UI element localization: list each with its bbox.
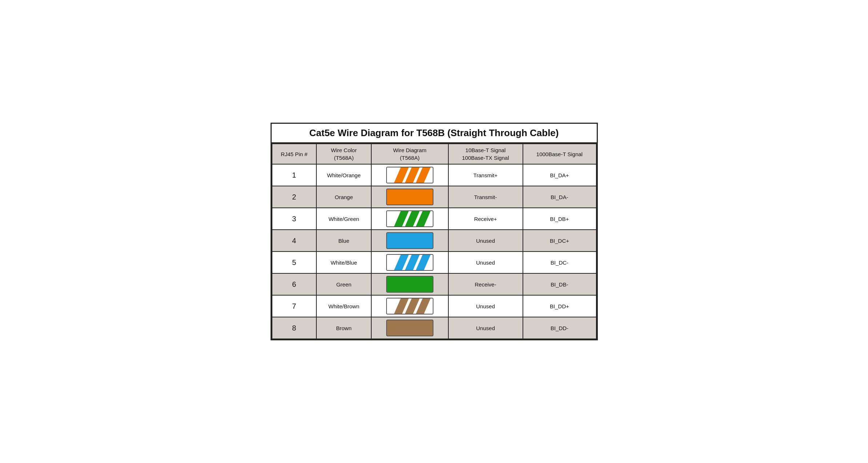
cell-pin: 3 [272,208,317,230]
cell-pin: 6 [272,273,317,295]
cell-signal-1000: BI_DD+ [523,295,596,317]
wire-solid-box [386,276,433,293]
cell-diagram [371,208,448,230]
cell-signal-10-100: Transmit- [448,186,523,208]
wire-diagram-cell [374,298,446,314]
wire-stripe-svg [386,298,433,314]
cell-signal-1000: BI_DD- [523,317,596,339]
cell-signal-1000: BI_DA- [523,186,596,208]
wire-diagram-cell [374,276,446,293]
table-row: 2OrangeTransmit-BI_DA- [272,186,596,208]
table-header-row: RJ45 Pin # Wire Color(T568A) Wire Diagra… [272,144,596,164]
col-header-pin: RJ45 Pin # [272,144,317,164]
diagram-container: Cat5e Wire Diagram for T568B (Straight T… [271,123,598,340]
wire-solid-box [386,232,433,249]
wire-diagram-cell [374,189,446,205]
diagram-title: Cat5e Wire Diagram for T568B (Straight T… [272,124,597,143]
wire-diagram-cell [374,232,446,249]
table-row: 8BrownUnusedBI_DD- [272,317,596,339]
table-row: 1White/OrangeTransmit+BI_DA+ [272,164,596,186]
cell-color: White/Brown [316,295,371,317]
cell-color: Green [316,273,371,295]
cell-signal-10-100: Unused [448,317,523,339]
cell-signal-1000: BI_DB+ [523,208,596,230]
wire-diagram-cell [374,167,446,183]
col-header-signal-1000: 1000Base-T Signal [523,144,596,164]
cell-diagram [371,273,448,295]
cell-diagram [371,186,448,208]
cell-diagram [371,252,448,273]
cell-color: White/Green [316,208,371,230]
cell-pin: 1 [272,164,317,186]
cell-diagram [371,295,448,317]
cell-pin: 8 [272,317,317,339]
col-header-diagram: Wire Diagram(T568A) [371,144,448,164]
cell-color: Blue [316,230,371,252]
cell-pin: 7 [272,295,317,317]
wire-stripe-svg [386,210,433,227]
cell-signal-1000: BI_DA+ [523,164,596,186]
col-header-color: Wire Color(T568A) [316,144,371,164]
cell-diagram [371,317,448,339]
cell-pin: 4 [272,230,317,252]
wire-solid-box [386,320,433,336]
cell-pin: 5 [272,252,317,273]
table-row: 5White/BlueUnusedBI_DC- [272,252,596,273]
wire-stripe-svg [386,167,433,183]
wire-diagram-cell [374,320,446,336]
cell-color: Brown [316,317,371,339]
wire-diagram-cell [374,210,446,227]
cell-color: White/Blue [316,252,371,273]
table-body: 1White/OrangeTransmit+BI_DA+2OrangeTrans… [272,164,596,339]
cell-signal-10-100: Transmit+ [448,164,523,186]
table-row: 4BlueUnusedBI_DC+ [272,230,596,252]
cell-color: Orange [316,186,371,208]
cell-signal-1000: BI_DB- [523,273,596,295]
cell-signal-1000: BI_DC- [523,252,596,273]
wire-stripe-svg [386,254,433,271]
col-header-signal-10-100: 10Base-T Signal100Base-TX Signal [448,144,523,164]
cell-pin: 2 [272,186,317,208]
wire-table: RJ45 Pin # Wire Color(T568A) Wire Diagra… [272,143,597,339]
cell-signal-10-100: Receive- [448,273,523,295]
wire-diagram-cell [374,254,446,271]
cell-diagram [371,164,448,186]
wire-solid-box [386,189,433,205]
cell-signal-10-100: Unused [448,252,523,273]
cell-signal-10-100: Unused [448,295,523,317]
table-row: 7White/BrownUnusedBI_DD+ [272,295,596,317]
table-row: 3White/GreenReceive+BI_DB+ [272,208,596,230]
cell-diagram [371,230,448,252]
table-row: 6GreenReceive-BI_DB- [272,273,596,295]
cell-signal-10-100: Unused [448,230,523,252]
cell-color: White/Orange [316,164,371,186]
cell-signal-10-100: Receive+ [448,208,523,230]
cell-signal-1000: BI_DC+ [523,230,596,252]
